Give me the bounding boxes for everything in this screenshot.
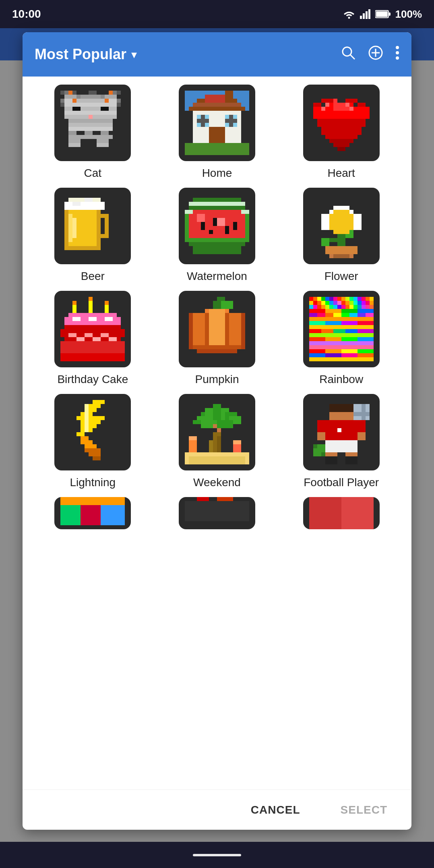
svg-point-13 <box>396 46 399 49</box>
list-item[interactable] <box>283 497 399 529</box>
add-icon[interactable] <box>368 45 383 64</box>
svg-rect-148 <box>72 317 81 321</box>
svg-line-9 <box>350 55 355 59</box>
svg-rect-317 <box>321 452 325 456</box>
list-item[interactable]: Weekend <box>159 394 275 489</box>
svg-point-0 <box>348 17 350 19</box>
svg-rect-216 <box>349 305 353 309</box>
app-background: Most Popular ▾ <box>0 28 434 868</box>
svg-rect-312 <box>325 456 337 464</box>
svg-rect-104 <box>85 198 93 202</box>
svg-rect-3 <box>366 11 368 19</box>
svg-rect-103 <box>72 202 81 206</box>
svg-rect-68 <box>225 119 237 123</box>
search-icon[interactable] <box>341 45 356 64</box>
svg-rect-230 <box>341 313 349 317</box>
svg-rect-210 <box>325 305 329 309</box>
svg-rect-145 <box>105 301 109 305</box>
svg-rect-307 <box>317 432 325 440</box>
svg-rect-156 <box>101 333 109 337</box>
svg-rect-175 <box>313 297 317 301</box>
svg-rect-189 <box>370 297 374 301</box>
svg-rect-215 <box>345 305 349 309</box>
svg-rect-115 <box>197 214 205 222</box>
list-item[interactable]: Birthday Cake <box>35 291 151 386</box>
svg-rect-158 <box>93 337 101 341</box>
svg-rect-62 <box>209 127 225 143</box>
svg-rect-31 <box>64 99 72 103</box>
svg-rect-6 <box>376 11 388 17</box>
svg-rect-122 <box>185 238 249 242</box>
svg-rect-231 <box>349 313 358 317</box>
partial-art-2 <box>179 497 255 529</box>
list-item[interactable]: Football Player <box>283 394 399 489</box>
svg-rect-99 <box>105 214 109 234</box>
svg-rect-308 <box>358 432 366 440</box>
svg-rect-259 <box>358 353 374 357</box>
svg-rect-193 <box>321 301 325 305</box>
wifi-icon <box>343 9 355 19</box>
svg-rect-2 <box>363 13 365 19</box>
select-button[interactable]: SELECT <box>333 800 395 820</box>
svg-rect-52 <box>68 135 113 139</box>
svg-rect-198 <box>341 301 345 305</box>
svg-rect-40 <box>64 107 117 111</box>
svg-rect-324 <box>60 505 81 525</box>
svg-rect-191 <box>313 301 317 305</box>
home-indicator[interactable] <box>193 854 241 856</box>
svg-rect-221 <box>370 305 374 309</box>
svg-rect-224 <box>341 309 358 313</box>
header-title-area[interactable]: Most Popular ▾ <box>35 46 137 63</box>
list-item[interactable]: Cat <box>35 85 151 180</box>
list-item[interactable]: Home <box>159 85 275 180</box>
svg-rect-118 <box>213 218 217 226</box>
dropdown-icon[interactable]: ▾ <box>131 48 137 61</box>
svg-rect-333 <box>309 497 341 529</box>
svg-rect-262 <box>89 404 101 408</box>
svg-rect-203 <box>362 301 366 305</box>
list-item[interactable]: Rainbow <box>283 291 399 386</box>
time: 10:00 <box>12 8 41 21</box>
svg-rect-217 <box>353 305 358 309</box>
svg-rect-84 <box>321 127 362 135</box>
svg-rect-105 <box>72 218 76 238</box>
weekend-art <box>179 394 255 470</box>
list-item[interactable]: Beer <box>35 188 151 283</box>
svg-rect-87 <box>333 143 349 147</box>
list-item[interactable]: Lightning <box>35 394 151 489</box>
svg-rect-155 <box>85 333 93 337</box>
svg-rect-72 <box>313 103 321 107</box>
svg-rect-130 <box>321 214 329 230</box>
item-label: Rainbow <box>319 373 363 386</box>
svg-rect-55 <box>68 143 81 147</box>
rainbow-art <box>303 291 380 367</box>
list-item[interactable] <box>35 497 151 529</box>
svg-point-8 <box>343 47 351 56</box>
svg-rect-4 <box>368 9 370 19</box>
svg-rect-19 <box>72 91 76 95</box>
svg-rect-170 <box>189 313 193 349</box>
svg-rect-212 <box>333 305 337 309</box>
list-item[interactable] <box>159 497 275 529</box>
svg-rect-243 <box>345 329 358 333</box>
more-icon[interactable] <box>395 45 399 64</box>
svg-rect-297 <box>233 440 241 444</box>
svg-rect-69 <box>185 143 249 155</box>
list-item[interactable]: Watermelon <box>159 188 275 283</box>
svg-rect-195 <box>329 301 333 305</box>
svg-rect-184 <box>349 297 353 301</box>
list-item[interactable]: Heart <box>283 85 399 180</box>
cancel-button[interactable]: CANCEL <box>243 800 308 820</box>
svg-rect-316 <box>313 444 317 448</box>
flower-art <box>303 188 380 264</box>
svg-rect-178 <box>325 297 329 301</box>
svg-rect-265 <box>76 416 105 420</box>
list-item[interactable]: Flower <box>283 188 399 283</box>
svg-rect-142 <box>105 305 109 313</box>
svg-rect-22 <box>109 91 113 95</box>
svg-rect-20 <box>89 91 93 95</box>
svg-rect-66 <box>197 119 209 123</box>
list-item[interactable]: Pumpkin <box>159 291 275 386</box>
svg-rect-325 <box>81 505 101 525</box>
watermelon-art <box>179 188 255 264</box>
